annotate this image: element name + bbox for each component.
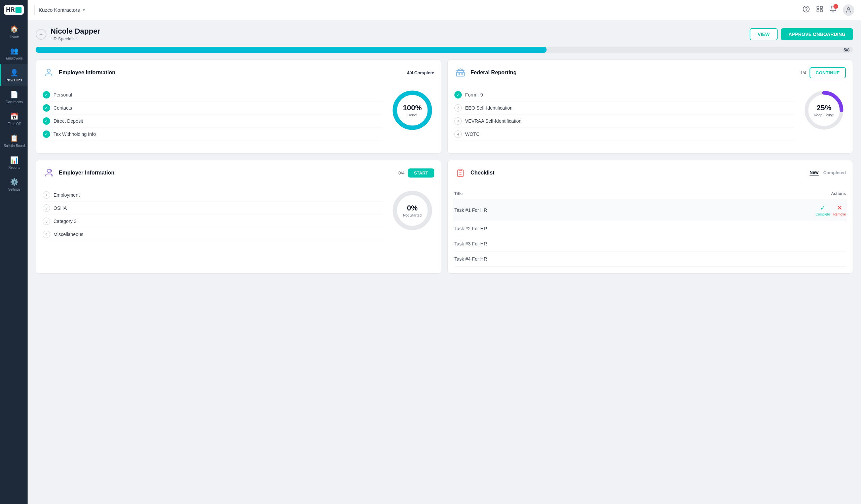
list-item: 4 Miscellaneous	[43, 228, 384, 241]
card-title-row: Checklist	[454, 167, 494, 179]
employee-info-items: ✓ Personal ✓ Contacts ✓ Direct Deposit	[43, 88, 384, 141]
approve-onboarding-button[interactable]: APPROVE ONBOARDING	[781, 28, 853, 40]
start-button[interactable]: START	[408, 168, 434, 178]
notification-bell-icon[interactable]: 1	[829, 5, 837, 14]
back-arrow-icon: ←	[39, 32, 43, 37]
page-header: ← Nicole Dapper HR Specialist VIEW APPRO…	[36, 27, 853, 41]
svg-rect-2	[817, 6, 819, 9]
list-item: ✓ Tax Withholding Info	[43, 128, 384, 141]
time-off-icon: 📅	[10, 112, 18, 121]
settings-icon: ⚙️	[10, 178, 18, 186]
tab-completed[interactable]: Completed	[823, 170, 846, 176]
table-row: Task #3 For HR	[454, 236, 846, 252]
checklist-card-header: Checklist New Completed	[454, 167, 846, 183]
federal-status: 1/4	[800, 70, 806, 75]
new-hires-icon: 👤	[10, 69, 18, 77]
donut-wrapper: 0% Not Started	[391, 188, 434, 232]
donut-center: 100% Done!	[403, 103, 422, 117]
task-label: Task #2 For HR	[454, 226, 487, 231]
reports-icon: 📊	[10, 156, 18, 164]
donut-wrapper: 100% Done!	[391, 88, 434, 132]
employee-info: Nicole Dapper HR Specialist	[51, 27, 100, 41]
sidebar-item-home[interactable]: 🏠 Home	[0, 20, 28, 42]
employer-information-card: Employer Information 0/4 START 1 Employm…	[36, 160, 441, 274]
employer-icon	[43, 167, 55, 179]
sidebar-item-label: Settings	[8, 187, 20, 192]
user-avatar[interactable]	[843, 4, 854, 16]
remove-action-button[interactable]: ✕ Remove	[833, 204, 846, 216]
grid-icon[interactable]	[816, 5, 823, 14]
employee-info-card-header: Employee Information 4/4 Complete	[43, 67, 434, 83]
remove-icon: ✕	[837, 204, 843, 212]
view-button[interactable]: VIEW	[750, 28, 778, 40]
list-item: 3 Category 3	[43, 215, 384, 228]
svg-point-17	[47, 169, 50, 172]
table-row: Task #2 For HR	[454, 221, 846, 236]
list-item: ✓ Contacts	[43, 101, 384, 115]
complete-action-button[interactable]: ✓ Complete	[816, 204, 830, 216]
topbar-right: 1	[803, 4, 854, 16]
sidebar-item-new-hires[interactable]: 👤 New Hires	[0, 64, 28, 86]
list-item: 1 Employment	[43, 188, 384, 202]
check-icon: ✓	[43, 91, 50, 99]
card-title-row: Employer Information	[43, 167, 114, 179]
employees-icon: 👥	[10, 47, 18, 55]
check-icon: ✓	[454, 91, 462, 99]
continue-button[interactable]: CONTINUE	[809, 67, 846, 78]
progress-bar-container: 5/8	[36, 47, 853, 53]
sidebar-item-employees[interactable]: 👥 Employees	[0, 42, 28, 64]
federal-reporting-card-header: Federal Reporting 1/4 CONTINUE	[454, 67, 846, 83]
number-badge: 3	[454, 117, 462, 125]
svg-point-7	[47, 69, 50, 72]
list-item: 2 OSHA	[43, 202, 384, 215]
number-badge: 2	[454, 104, 462, 112]
sidebar-item-label: Time Off	[8, 122, 21, 126]
svg-point-6	[848, 8, 850, 10]
sidebar-item-time-off[interactable]: 📅 Time Off	[0, 108, 28, 129]
company-selector[interactable]: Kuzco Kontractors ▼	[39, 7, 86, 13]
list-item: ✓ Direct Deposit	[43, 115, 384, 128]
help-icon[interactable]	[803, 5, 810, 14]
sidebar-logo: HR	[0, 0, 28, 20]
donut-chart-employer: 0% Not Started	[391, 188, 434, 232]
main-wrapper: Kuzco Kontractors ▼ 1 ←	[28, 0, 861, 504]
employee-information-card: Employee Information 4/4 Complete ✓ Pers…	[36, 59, 441, 154]
sidebar-item-settings[interactable]: ⚙️ Settings	[0, 173, 28, 195]
employer-items: 1 Employment 2 OSHA 3 Category 3 4	[43, 188, 384, 241]
card-status: 4/4 Complete	[407, 70, 434, 75]
federal-actions: 1/4 CONTINUE	[800, 67, 846, 78]
progress-label: 5/8	[844, 47, 850, 53]
card-title: Employee Information	[59, 70, 115, 76]
employee-title: HR Specialist	[51, 36, 100, 41]
main-content: ← Nicole Dapper HR Specialist VIEW APPRO…	[28, 20, 861, 504]
tab-new[interactable]: New	[809, 170, 819, 176]
home-icon: 🏠	[10, 25, 18, 33]
checklist-table: Title Actions Task #1 For HR ✓ Complete	[454, 188, 846, 267]
table-row: Task #1 For HR ✓ Complete ✕ Remove	[453, 199, 847, 221]
list-item: 3 VEVRAA Self-Identification	[454, 115, 795, 128]
bank-icon	[454, 67, 466, 79]
sidebar-item-label: Reports	[9, 166, 20, 170]
svg-rect-10	[456, 72, 464, 76]
sidebar-item-reports[interactable]: 📊 Reports	[0, 151, 28, 173]
task-actions: ✓ Complete ✕ Remove	[816, 204, 846, 216]
svg-rect-19	[459, 169, 462, 170]
number-badge: 3	[43, 218, 50, 225]
remove-label: Remove	[833, 212, 846, 216]
progress-bar-fill	[36, 47, 547, 53]
complete-label: Complete	[816, 212, 830, 216]
clipboard-icon	[454, 167, 466, 179]
federal-reporting-card: Federal Reporting 1/4 CONTINUE ✓ Form I-…	[447, 59, 853, 154]
number-badge: 1	[43, 191, 50, 199]
sidebar-item-documents[interactable]: 📄 Documents	[0, 86, 28, 108]
person-icon	[43, 67, 55, 79]
header-actions: VIEW APPROVE ONBOARDING	[750, 28, 853, 40]
sidebar-item-bulletin-board[interactable]: 📋 Bulletin Board	[0, 129, 28, 151]
card-body: 1 Employment 2 OSHA 3 Category 3 4	[43, 188, 434, 241]
chevron-down-icon: ▼	[82, 8, 86, 12]
back-button[interactable]: ←	[36, 29, 46, 40]
employer-status: 0/4	[398, 170, 405, 176]
card-body: ✓ Form I-9 2 EEO Self-Identification 3 V…	[454, 88, 846, 141]
col-actions: Actions	[831, 191, 846, 196]
svg-rect-4	[817, 10, 819, 12]
